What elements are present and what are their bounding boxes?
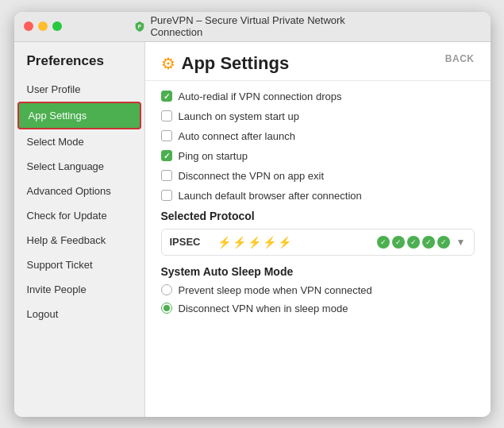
main-header: ⚙ App Settings BACK — [145, 42, 491, 81]
radio-disconnect-sleep: Disconnect VPN when in sleep mode — [161, 303, 475, 314]
svg-text:P: P — [137, 24, 141, 29]
radio-disconnect-sleep-input[interactable] — [161, 303, 172, 314]
protocol-name: IPSEC — [170, 236, 210, 248]
traffic-lights — [24, 21, 62, 31]
sidebar-item-app-settings[interactable]: App Settings — [17, 102, 141, 129]
titlebar-content: P PureVPN – Secure Virtual Private Netwo… — [133, 14, 371, 38]
lightning-icons: ⚡ ⚡ ⚡ ⚡ ⚡ — [217, 236, 377, 249]
sidebar-item-support-ticket[interactable]: Support Ticket — [14, 253, 144, 277]
page-title: App Settings — [182, 53, 290, 74]
checkbox-ping-startup-label: Ping on startup — [179, 150, 248, 162]
radio-prevent-sleep-input[interactable] — [161, 284, 172, 295]
checkbox-auto-redial-label: Auto-redial if VPN connection drops — [179, 91, 342, 102]
checkbox-ping-startup-input[interactable] — [161, 150, 172, 161]
minimize-button[interactable] — [38, 21, 48, 31]
sidebar-item-select-mode[interactable]: Select Mode — [14, 129, 144, 154]
checkbox-disconnect-exit: Disconnect the VPN on app exit — [161, 170, 475, 182]
main-content-area: Preferences User Profile App Settings Se… — [14, 42, 491, 417]
sidebar-item-help-feedback[interactable]: Help & Feedback — [14, 228, 144, 253]
checkbox-launch-browser-label: Launch default browser after connection — [179, 190, 362, 202]
sidebar-item-check-for-update[interactable]: Check for Update — [14, 203, 144, 228]
main-panel: ⚙ App Settings BACK Auto-redial if VPN c… — [145, 42, 491, 417]
sidebar-item-select-language[interactable]: Select Language — [14, 154, 144, 179]
checkbox-launch-startup: Launch on system start up — [161, 110, 475, 122]
lightning-3-icon: ⚡ — [248, 236, 261, 249]
sidebar-item-logout[interactable]: Logout — [14, 302, 144, 326]
sleep-section-title: System Auto Sleep Mode — [161, 265, 475, 278]
radio-disconnect-sleep-label: Disconnect VPN when in sleep mode — [179, 303, 348, 314]
checkbox-auto-connect: Auto connect after launch — [161, 130, 475, 142]
lightning-5-icon: ⚡ — [278, 236, 291, 249]
title-row: ⚙ App Settings — [161, 53, 290, 74]
sidebar-heading: Preferences — [14, 42, 144, 77]
sidebar-item-invite-people[interactable]: Invite People — [14, 277, 144, 302]
checkbox-auto-connect-label: Auto connect after launch — [179, 130, 295, 142]
radio-prevent-sleep-label: Prevent sleep mode when VPN connected — [179, 284, 372, 296]
checkbox-auto-redial-input[interactable] — [161, 91, 172, 102]
radio-prevent-sleep: Prevent sleep mode when VPN connected — [161, 284, 475, 296]
checkbox-disconnect-exit-input[interactable] — [161, 170, 172, 181]
check-icons: ✓ ✓ ✓ ✓ ✓ — [377, 236, 450, 249]
sidebar: Preferences User Profile App Settings Se… — [14, 42, 145, 417]
checkbox-ping-startup: Ping on startup — [161, 150, 475, 162]
maximize-button[interactable] — [52, 21, 62, 31]
check-5-icon: ✓ — [437, 236, 450, 249]
settings-content: Auto-redial if VPN connection drops Laun… — [145, 81, 491, 417]
sleep-section: System Auto Sleep Mode Prevent sleep mod… — [161, 265, 475, 314]
checkbox-disconnect-exit-label: Disconnect the VPN on app exit — [179, 170, 325, 182]
window-title: PureVPN – Secure Virtual Private Network… — [150, 14, 371, 38]
app-window: P PureVPN – Secure Virtual Private Netwo… — [14, 12, 491, 417]
protocol-section-title: Selected Protocol — [161, 210, 475, 222]
check-2-icon: ✓ — [392, 236, 405, 249]
checkbox-launch-startup-input[interactable] — [161, 110, 172, 121]
checkbox-auto-connect-input[interactable] — [161, 130, 172, 141]
lightning-1-icon: ⚡ — [217, 236, 231, 249]
lightning-2-icon: ⚡ — [233, 236, 246, 249]
check-1-icon: ✓ — [377, 236, 390, 249]
checkbox-launch-startup-label: Launch on system start up — [179, 110, 299, 122]
back-button[interactable]: BACK — [445, 53, 475, 64]
checkbox-launch-browser: Launch default browser after connection — [161, 190, 475, 202]
purevpn-logo-icon: P — [133, 19, 146, 33]
protocol-selector[interactable]: IPSEC ⚡ ⚡ ⚡ ⚡ ⚡ ✓ ✓ ✓ ✓ ✓ — [161, 229, 475, 256]
checkbox-auto-redial: Auto-redial if VPN connection drops — [161, 91, 475, 102]
checkbox-launch-browser-input[interactable] — [161, 190, 172, 201]
check-3-icon: ✓ — [407, 236, 420, 249]
dropdown-arrow-icon: ▼ — [456, 237, 466, 248]
sidebar-item-advanced-options[interactable]: Advanced Options — [14, 179, 144, 203]
sidebar-item-user-profile[interactable]: User Profile — [14, 77, 144, 102]
close-button[interactable] — [24, 21, 33, 31]
lightning-4-icon: ⚡ — [263, 236, 276, 249]
titlebar: P PureVPN – Secure Virtual Private Netwo… — [14, 12, 491, 42]
gear-icon: ⚙ — [161, 54, 175, 73]
check-4-icon: ✓ — [422, 236, 435, 249]
